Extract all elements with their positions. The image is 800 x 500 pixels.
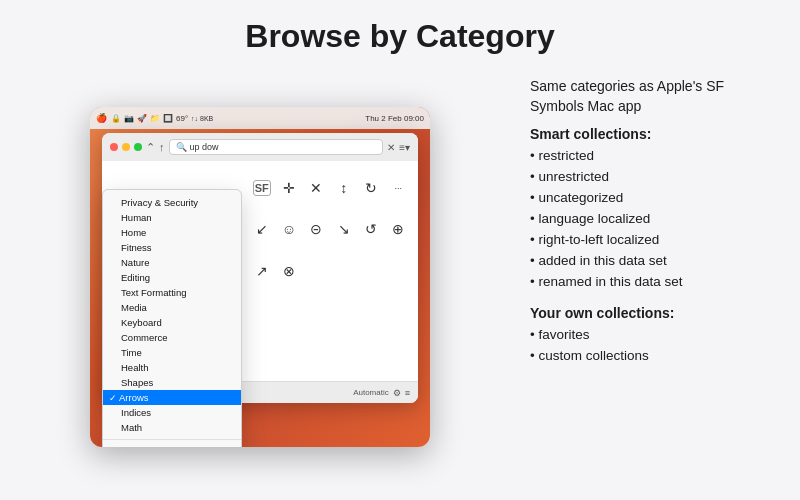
automatic-label: Automatic	[353, 388, 389, 397]
smart-item-1: • unrestricted	[530, 167, 776, 188]
close-search-icon[interactable]: ✕	[387, 142, 395, 153]
dropdown-item-textformatting[interactable]: Text Formatting	[103, 285, 241, 300]
info-panel: Same categories as Apple's SF Symbols Ma…	[520, 67, 800, 487]
dropdown-menu[interactable]: Privacy & Security Human Home Fitness Na…	[102, 189, 242, 447]
dropdown-item-restricted[interactable]: Restricted	[103, 444, 241, 447]
icon-9: ⊝	[310, 221, 322, 237]
dropdown-top-section: Privacy & Security Human Home Fitness Na…	[103, 194, 241, 436]
app-toolbar: ⌃ ↑ 🔍 up dow ✕ ≡▾	[102, 133, 418, 161]
dropdown-item-commerce[interactable]: Commerce	[103, 330, 241, 345]
icons-grid: SF ✛ ✕ ↕ ↻ ··· ↙ ☺ ⊝ ↘ ↺ ⊕ ↗ ⊗	[242, 161, 418, 381]
dropdown-item-home[interactable]: Home	[103, 225, 241, 240]
own-item-1: • custom collections	[530, 346, 776, 367]
smart-collections-title: Smart collections:	[530, 126, 776, 142]
own-collections-title: Your own collections:	[530, 305, 776, 321]
app-body: Privacy & Security Human Home Fitness Na…	[102, 161, 418, 381]
traffic-light-expand[interactable]	[134, 143, 142, 151]
menubar-date: Thu 2 Feb 09:00	[365, 114, 424, 123]
dropdown-item-nature[interactable]: Nature	[103, 255, 241, 270]
traffic-light-minimize[interactable]	[122, 143, 130, 151]
dropdown-item-arrows[interactable]: Arrows	[103, 390, 241, 405]
options-icon[interactable]: ≡▾	[399, 142, 410, 153]
dropdown-item-math[interactable]: Math	[103, 420, 241, 435]
search-icon: 🔍	[176, 142, 187, 152]
info-description: Same categories as Apple's SF Symbols Ma…	[530, 77, 776, 116]
menubar-network: ↑↓ 8KB	[191, 115, 213, 122]
bottom-icon-2[interactable]: ≡	[405, 388, 410, 398]
icon-5: ↻	[365, 180, 377, 196]
menubar-icon-lock: 🔒	[111, 114, 121, 123]
dropdown-item-human[interactable]: Human	[103, 210, 241, 225]
dropdown-smart-section: Restricted Unrestricted Uncategorized La…	[103, 443, 241, 447]
smart-item-0: • restricted	[530, 146, 776, 167]
icon-8: ☺	[282, 221, 296, 237]
app-window: ⌃ ↑ 🔍 up dow ✕ ≡▾ Privacy & Security	[102, 133, 418, 403]
own-item-0: • favorites	[530, 325, 776, 346]
icon-7: ↙	[256, 221, 268, 237]
menubar-icon-folder: 📁	[150, 114, 160, 123]
bottom-icon-1[interactable]: ⚙	[393, 388, 401, 398]
screenshot-area: 🍎 🔒 📷 🚀 📁 🔲 69° ↑↓ 8KB Thu 2 Feb 09:00	[0, 67, 520, 487]
smart-item-5: • added in this data set	[530, 251, 776, 272]
smart-item-4: • right-to-left localized	[530, 230, 776, 251]
icon-10: ↘	[338, 221, 350, 237]
menu-bar-right: Thu 2 Feb 09:00	[365, 114, 424, 123]
icon-12: ⊕	[392, 221, 404, 237]
search-value[interactable]: up dow	[190, 142, 219, 152]
dropdown-item-health[interactable]: Health	[103, 360, 241, 375]
icon-13: ↗	[256, 263, 268, 279]
menubar-icon-box: 🔲	[163, 114, 173, 123]
arrow-down-icon[interactable]: ↑	[159, 141, 165, 153]
page-title: Browse by Category	[0, 0, 800, 67]
app-bottom-right: Automatic ⚙ ≡	[353, 388, 410, 398]
icon-2: ✛	[283, 180, 295, 196]
dropdown-item-indices[interactable]: Indices	[103, 405, 241, 420]
smart-collections-list: • restricted • unrestricted • uncategori…	[530, 146, 776, 292]
menubar-icon-camera: 📷	[124, 114, 134, 123]
dropdown-item-shapes[interactable]: Shapes	[103, 375, 241, 390]
dropdown-item-privacy[interactable]: Privacy & Security	[103, 195, 241, 210]
icon-14: ⊗	[283, 263, 295, 279]
main-content: 🍎 🔒 📷 🚀 📁 🔲 69° ↑↓ 8KB Thu 2 Feb 09:00	[0, 67, 800, 487]
arrow-up-icon[interactable]: ⌃	[146, 141, 155, 154]
dropdown-item-media[interactable]: Media	[103, 300, 241, 315]
smart-item-2: • uncategorized	[530, 188, 776, 209]
dropdown-divider-1	[103, 439, 241, 440]
icon-4: ↕	[340, 180, 347, 196]
menu-bar: 🍎 🔒 📷 🚀 📁 🔲 69° ↑↓ 8KB Thu 2 Feb 09:00	[90, 107, 430, 129]
icon-11: ↺	[365, 221, 377, 237]
dropdown-item-editing[interactable]: Editing	[103, 270, 241, 285]
smart-item-6: • renamed in this data set	[530, 272, 776, 293]
traffic-light-close[interactable]	[110, 143, 118, 151]
menubar-icon-rocket: 🚀	[137, 114, 147, 123]
dropdown-item-fitness[interactable]: Fitness	[103, 240, 241, 255]
dropdown-item-keyboard[interactable]: Keyboard	[103, 315, 241, 330]
mac-window: 🍎 🔒 📷 🚀 📁 🔲 69° ↑↓ 8KB Thu 2 Feb 09:00	[90, 107, 430, 447]
icon-3: ✕	[310, 180, 322, 196]
icon-1: SF	[253, 180, 271, 196]
apple-icon: 🍎	[96, 113, 107, 123]
menubar-temp: 69°	[176, 114, 188, 123]
own-collections-list: • favorites • custom collections	[530, 325, 776, 367]
search-box[interactable]: 🔍 up dow	[169, 139, 384, 155]
menu-bar-icons: 🔒 📷 🚀 📁 🔲 69° ↑↓ 8KB	[111, 114, 213, 123]
icon-6: ···	[395, 183, 403, 193]
dropdown-item-time[interactable]: Time	[103, 345, 241, 360]
smart-item-3: • language localized	[530, 209, 776, 230]
